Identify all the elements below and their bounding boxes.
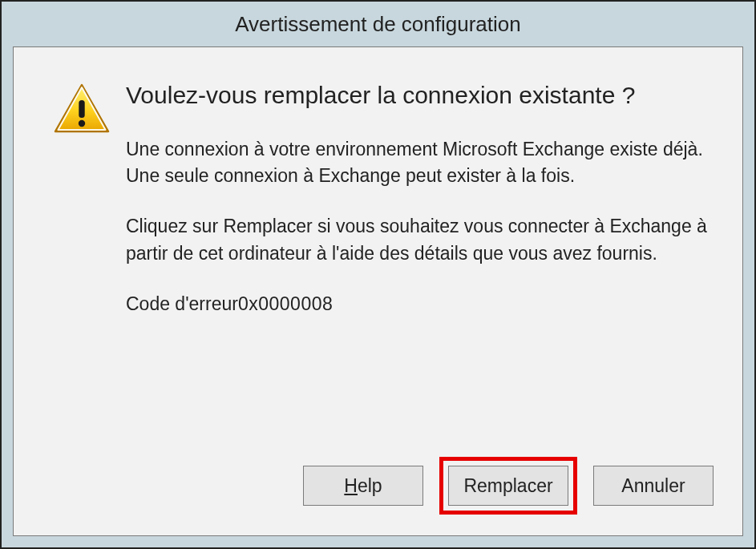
help-mnemonic: H [344,475,358,496]
error-line: Code d'erreur0x0000008 [126,291,718,317]
message-text: Voulez-vous remplacer la connexion exist… [126,79,718,317]
help-rest: elp [358,475,382,496]
message-paragraph-1: Une connexion à votre environnement Micr… [126,136,718,190]
svg-point-1 [79,120,85,127]
error-label: Code d'erreur [126,293,238,314]
help-button-wrap: Help [303,466,423,506]
configuration-warning-dialog: Avertissement de configuration [0,0,756,549]
help-button[interactable]: Help [303,466,423,506]
warning-icon-cell [38,79,126,135]
dialog-client-area: Voulez-vous remplacer la connexion exist… [13,46,743,536]
warning-icon [53,83,111,135]
dialog-titlebar: Avertissement de configuration [2,2,754,46]
svg-rect-0 [79,100,84,118]
dialog-button-row: Help Remplacer Annuler [287,457,714,515]
cancel-button-wrap: Annuler [593,466,714,506]
error-code: 0x0000008 [238,293,333,314]
message-paragraph-2: Cliquez sur Remplacer si vous souhaitez … [126,213,718,267]
replace-button[interactable]: Remplacer [448,466,568,506]
message-row: Voulez-vous remplacer la connexion exist… [38,79,718,317]
dialog-title: Avertissement de configuration [235,12,521,37]
message-heading: Voulez-vous remplacer la connexion exist… [126,79,718,112]
cancel-button[interactable]: Annuler [593,466,714,506]
replace-button-highlight: Remplacer [439,457,577,515]
